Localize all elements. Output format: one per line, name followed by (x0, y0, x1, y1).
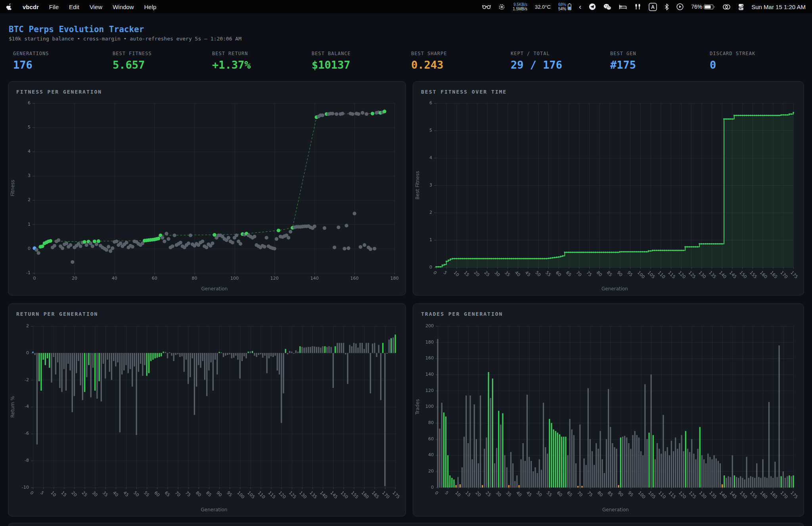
handoff-link-icon[interactable] (722, 2, 731, 11)
glasses-icon[interactable] (482, 2, 491, 11)
stat-best-sharpe: BEST SHARPE 0.243 (406, 51, 506, 71)
stat-label: BEST BALANCE (312, 51, 406, 56)
menubar-collapse-chevron[interactable]: ‹ (579, 4, 581, 10)
airpods-icon[interactable] (634, 2, 641, 11)
stat-best-return: BEST RETURN +1.37% (207, 51, 306, 71)
return-bar-chart (8, 320, 406, 514)
panel-trades-per-generation: TRADES PER GENERATION (413, 303, 804, 516)
stat-value: 176 (13, 59, 107, 71)
menu-window[interactable]: Window (113, 4, 134, 10)
stat-value: $10137 (312, 59, 406, 71)
panel-bottom-partial (8, 523, 804, 526)
stat-best-fitness: BEST FITNESS 5.657 (107, 51, 207, 71)
stage-manager-icon[interactable] (738, 2, 744, 11)
download-speed: 1.5MB/s (513, 7, 527, 11)
stat-label: GENERATIONS (13, 51, 107, 56)
menu-edit[interactable]: Edit (69, 4, 79, 10)
stat-best-gen: BEST GEN #175 (605, 51, 705, 71)
battery-percent: 76% (691, 4, 702, 10)
svg-text:A: A (651, 4, 655, 10)
trades-bar-chart (413, 320, 804, 514)
stat-value: 0.243 (411, 59, 506, 71)
desktop: vbcdr File Edit View Window Help 9.5KB/s… (0, 0, 812, 526)
apple-menu-icon[interactable] (6, 2, 12, 11)
menubar-clock[interactable]: Sun Mar 15 1:20 AM (751, 4, 806, 10)
stat-generations: GENERATIONS 176 (8, 51, 107, 71)
stat-value: +1.37% (212, 59, 306, 71)
battery-indicator[interactable]: 76% (691, 4, 715, 10)
pct-bottom: 54% (558, 7, 566, 11)
page-title: BTC Perps Evolution Tracker (9, 25, 144, 34)
wechat-icon[interactable] (603, 2, 611, 11)
locate-icon[interactable] (498, 2, 505, 11)
stat-value: #175 (610, 59, 705, 71)
stat-value: 29 / 176 (511, 59, 605, 71)
best-fitness-step-chart (413, 98, 804, 294)
vertical-battery-icon (568, 3, 571, 10)
panel-return-per-generation: RETURN PER GENERATION (8, 303, 406, 516)
bluetooth-icon[interactable] (665, 2, 669, 11)
stat-label: KEPT / TOTAL (511, 51, 605, 56)
dual-battery-indicator[interactable]: 68% 54% (558, 2, 571, 11)
menu-view[interactable]: View (90, 4, 102, 10)
upload-speed: 9.5KB/s (513, 2, 527, 7)
bed-icon[interactable] (619, 2, 627, 11)
panel-title: RETURN PER GENERATION (16, 311, 98, 317)
stat-label: BEST GEN (610, 51, 705, 56)
stat-kept-total: KEPT / TOTAL 29 / 176 (506, 51, 605, 71)
panel-title: TRADES PER GENERATION (421, 311, 503, 317)
stat-label: BEST SHARPE (411, 51, 506, 56)
pct-top: 68% (558, 2, 566, 7)
temperature-indicator[interactable]: 32.0°C (535, 4, 551, 10)
menu-bar: vbcdr File Edit View Window Help 9.5KB/s… (0, 0, 812, 13)
menu-help[interactable]: Help (144, 4, 157, 10)
stat-value: 5.657 (113, 59, 207, 71)
panel-title: BEST FITNESS OVER TIME (421, 89, 507, 95)
panel-fitness-per-generation: FITNESS PER GENERATION (8, 81, 406, 296)
stat-discard-streak: DISCARD STREAK 0 (705, 51, 804, 71)
stat-value: 0 (710, 59, 804, 71)
menu-file[interactable]: File (49, 4, 59, 10)
panel-best-fitness-over-time: BEST FITNESS OVER TIME (413, 81, 804, 296)
stat-label: DISCARD STREAK (710, 51, 804, 56)
telegram-icon[interactable] (589, 2, 596, 11)
network-speed-indicator[interactable]: 9.5KB/s 1.5MB/s (513, 2, 527, 11)
fitness-scatter-chart (8, 98, 406, 294)
stat-label: BEST FITNESS (113, 51, 207, 56)
stats-bar: GENERATIONS 176 BEST FITNESS 5.657 BEST … (8, 51, 804, 71)
stat-label: BEST RETURN (212, 51, 306, 56)
panel-title: FITNESS PER GENERATION (16, 89, 102, 95)
stat-best-balance: BEST BALANCE $10137 (306, 51, 406, 71)
page-subtitle: $10k starting balance • cross-margin • a… (9, 36, 241, 42)
play-circle-icon[interactable] (676, 2, 684, 11)
input-source-icon[interactable]: A (649, 2, 657, 11)
battery-icon (704, 4, 715, 10)
menubar-app-name[interactable]: vbcdr (23, 4, 39, 10)
